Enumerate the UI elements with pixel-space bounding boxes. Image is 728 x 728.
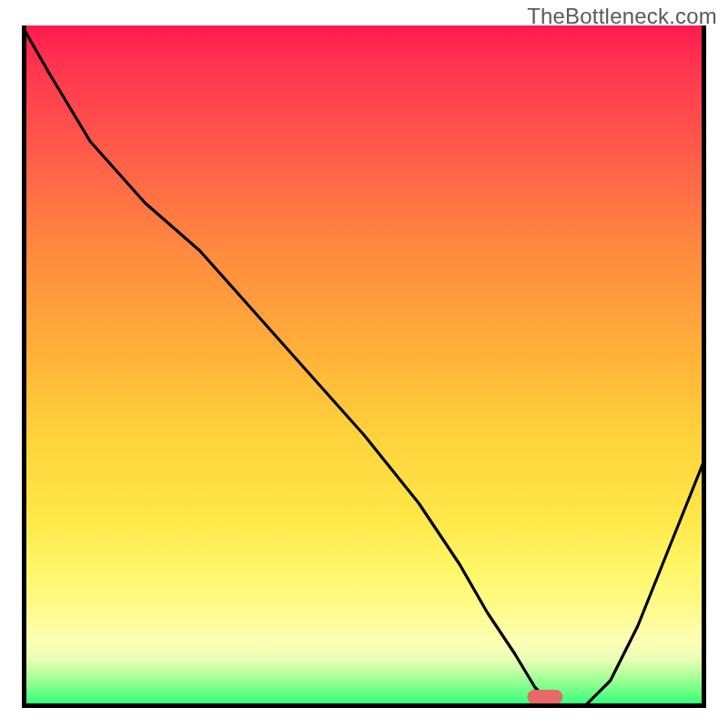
optimal-marker <box>528 690 563 704</box>
curve-layer <box>22 25 706 708</box>
bottleneck-curve <box>22 25 706 708</box>
chart-stage: TheBottleneck.com <box>0 0 728 728</box>
plot-area <box>22 25 706 708</box>
watermark-text: TheBottleneck.com <box>527 4 717 29</box>
